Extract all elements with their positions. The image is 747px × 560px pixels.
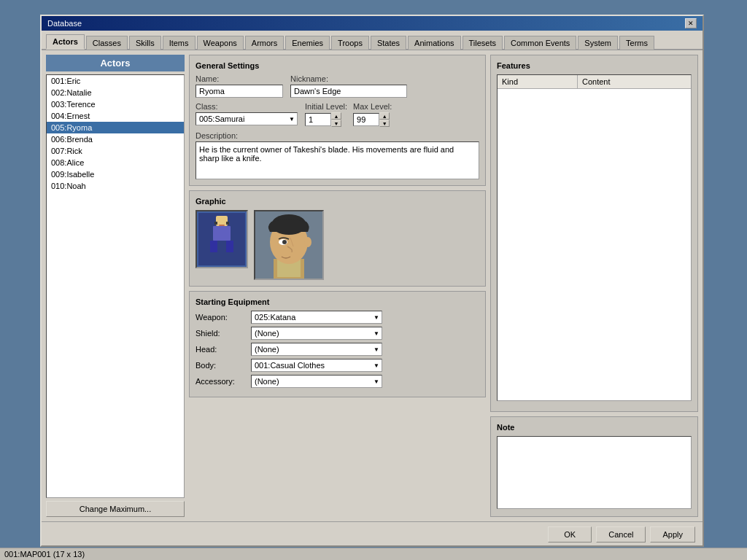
accessory-label: Accessory: bbox=[196, 377, 247, 386]
initial-level-spinner: ▲ ▼ bbox=[305, 112, 347, 127]
dialog-close-btn[interactable]: ✕ bbox=[685, 18, 697, 28]
sprite-box[interactable] bbox=[196, 210, 248, 268]
svg-rect-6 bbox=[226, 222, 229, 225]
tab-weapons[interactable]: Weapons bbox=[197, 36, 244, 50]
tab-items[interactable]: Items bbox=[163, 36, 196, 50]
max-level-spinner: ▲ ▼ bbox=[353, 112, 392, 127]
body-row: Body: 001:Casual Clothes bbox=[196, 359, 479, 372]
max-level-down-btn[interactable]: ▼ bbox=[379, 120, 390, 127]
head-label: Head: bbox=[196, 345, 247, 354]
tab-animations[interactable]: Animations bbox=[408, 36, 460, 50]
features-content-header: Content bbox=[578, 75, 691, 88]
shield-row: Shield: (None) bbox=[196, 327, 479, 340]
actor-item-006[interactable]: 006:Brenda bbox=[47, 133, 184, 145]
tab-skills[interactable]: Skills bbox=[129, 36, 161, 50]
body-select-wrapper: 001:Casual Clothes bbox=[251, 359, 382, 372]
weapon-select-wrapper: 025:Katana bbox=[251, 311, 382, 324]
name-group: Name: bbox=[196, 74, 283, 98]
tab-armors[interactable]: Armors bbox=[245, 36, 284, 50]
starting-equipment-section: Starting Equipment Weapon: 025:Katana Sh… bbox=[189, 291, 486, 397]
class-level-row: Class: 005:Samurai Initial Level: bbox=[196, 102, 479, 127]
svg-rect-5 bbox=[214, 222, 217, 225]
name-label: Name: bbox=[196, 74, 283, 83]
class-group: Class: 005:Samurai bbox=[196, 102, 298, 125]
actor-item-002[interactable]: 002:Natalie bbox=[47, 87, 184, 98]
description-label: Description: bbox=[196, 131, 479, 140]
tab-classes[interactable]: Classes bbox=[86, 36, 128, 50]
nickname-group: Nickname: bbox=[290, 74, 407, 98]
tab-states[interactable]: States bbox=[371, 36, 406, 50]
shield-select-wrapper: (None) bbox=[251, 327, 382, 340]
tabs-container: Actors Classes Skills Items Weapons Armo… bbox=[42, 31, 703, 50]
tab-common-events[interactable]: Common Events bbox=[504, 36, 576, 50]
graphic-area bbox=[196, 210, 479, 280]
features-empty-rows bbox=[498, 89, 691, 308]
actor-item-007[interactable]: 007:Rick bbox=[47, 145, 184, 157]
class-select-wrapper: 005:Samurai bbox=[196, 112, 298, 125]
weapon-label: Weapon: bbox=[196, 313, 247, 322]
tab-terms[interactable]: Terms bbox=[619, 36, 654, 50]
note-textarea[interactable] bbox=[497, 436, 692, 509]
weapon-select[interactable]: 025:Katana bbox=[251, 311, 382, 324]
tab-system[interactable]: System bbox=[578, 36, 618, 50]
tab-troops[interactable]: Troops bbox=[331, 36, 369, 50]
change-max-button[interactable]: Change Maximum... bbox=[46, 501, 185, 517]
content-area: Actors 001:Eric 002:Natalie 003:Terence … bbox=[42, 50, 703, 521]
name-input[interactable] bbox=[196, 85, 283, 98]
status-bar: 001:MAP001 (17 x 13) bbox=[0, 548, 747, 560]
svg-rect-2 bbox=[213, 226, 231, 241]
nickname-input[interactable] bbox=[290, 85, 407, 98]
shield-select[interactable]: (None) bbox=[251, 327, 382, 340]
features-section: Features Kind Content bbox=[490, 55, 698, 412]
accessory-select[interactable]: (None) bbox=[251, 375, 382, 388]
actor-item-008[interactable]: 008:Alice bbox=[47, 157, 184, 168]
svg-rect-4 bbox=[226, 241, 233, 252]
max-level-label: Max Level: bbox=[353, 102, 392, 111]
tab-enemies[interactable]: Enemies bbox=[285, 36, 330, 50]
description-group: Description: He is the current owner of … bbox=[196, 131, 479, 179]
face-box[interactable] bbox=[254, 210, 324, 280]
features-title: Features bbox=[497, 61, 692, 70]
sprite-graphic bbox=[198, 213, 245, 265]
accessory-select-wrapper: (None) bbox=[251, 375, 382, 388]
graphic-title: Graphic bbox=[196, 197, 479, 206]
max-level-input[interactable] bbox=[353, 113, 379, 126]
cancel-button[interactable]: Cancel bbox=[596, 526, 646, 542]
max-level-spin-buttons: ▲ ▼ bbox=[379, 112, 390, 127]
class-select[interactable]: 005:Samurai bbox=[196, 112, 298, 125]
name-nickname-row: Name: Nickname: bbox=[196, 74, 479, 98]
weapon-row: Weapon: 025:Katana bbox=[196, 311, 479, 324]
head-select[interactable]: (None) bbox=[251, 343, 382, 356]
initial-level-down-btn[interactable]: ▼ bbox=[331, 120, 341, 127]
level-group: Initial Level: ▲ ▼ Max Level: bbox=[305, 102, 392, 127]
tab-actors[interactable]: Actors bbox=[46, 34, 85, 50]
initial-level-group: Initial Level: ▲ ▼ bbox=[305, 102, 347, 127]
actor-item-010[interactable]: 010:Noah bbox=[47, 180, 184, 192]
right-panel: Features Kind Content Note bbox=[490, 55, 698, 517]
svg-point-13 bbox=[304, 237, 311, 247]
body-select[interactable]: 001:Casual Clothes bbox=[251, 359, 382, 372]
body-label: Body: bbox=[196, 361, 247, 370]
actor-item-009[interactable]: 009:Isabelle bbox=[47, 168, 184, 180]
nickname-label: Nickname: bbox=[290, 74, 407, 83]
actor-item-005[interactable]: 005:Ryoma bbox=[47, 122, 184, 133]
bottom-bar: OK Cancel Apply bbox=[42, 521, 703, 547]
initial-level-input[interactable] bbox=[305, 113, 331, 126]
apply-button[interactable]: Apply bbox=[650, 526, 695, 542]
note-title: Note bbox=[497, 423, 692, 432]
actor-item-004[interactable]: 004:Ernest bbox=[47, 110, 184, 122]
max-level-up-btn[interactable]: ▲ bbox=[379, 112, 390, 120]
actor-item-003[interactable]: 003:Terence bbox=[47, 98, 184, 110]
actor-item-001[interactable]: 001:Eric bbox=[47, 75, 184, 87]
note-section: Note bbox=[490, 416, 698, 517]
description-textarea[interactable]: He is the current owner of Takeshi's bla… bbox=[196, 141, 479, 179]
dialog-title-text: Database bbox=[47, 19, 82, 28]
ok-button[interactable]: OK bbox=[548, 526, 592, 542]
tab-tilesets[interactable]: Tilesets bbox=[462, 36, 503, 50]
actors-header: Actors bbox=[46, 55, 185, 71]
svg-rect-3 bbox=[210, 241, 217, 252]
equipment-title: Starting Equipment bbox=[196, 298, 479, 306]
general-settings-title: General Settings bbox=[196, 61, 479, 70]
svg-rect-7 bbox=[219, 225, 225, 226]
initial-level-up-btn[interactable]: ▲ bbox=[331, 112, 341, 120]
